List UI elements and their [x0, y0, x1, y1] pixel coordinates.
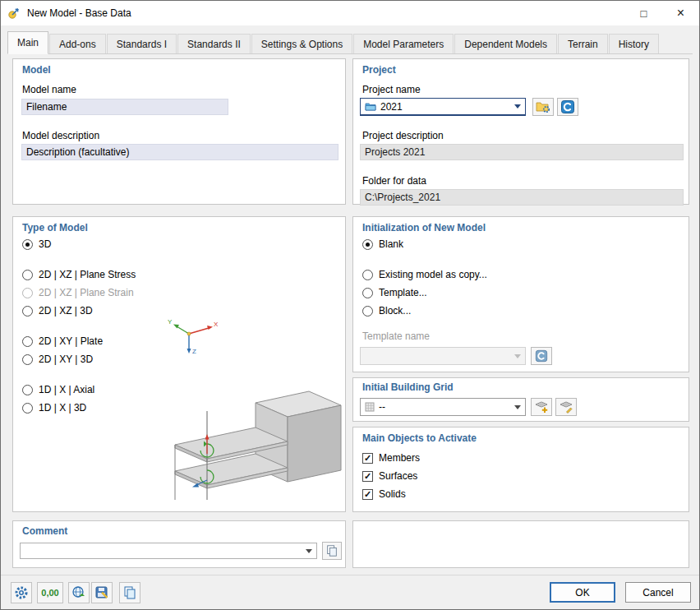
group-initialization: Initialization of New Model Blank Existi…: [352, 216, 689, 372]
tab-terrain[interactable]: Terrain: [558, 34, 608, 53]
svg-text:X: X: [214, 321, 219, 328]
radio-icon: [362, 288, 373, 298]
group-title-type-of-model: Type of Model: [22, 222, 88, 233]
group-title-model: Model: [22, 64, 51, 76]
radio-icon: [22, 354, 33, 365]
radio-icon: [22, 385, 33, 395]
tab-main[interactable]: Main: [7, 31, 48, 54]
radio-icon: [362, 270, 373, 280]
checkbox-icon: [362, 489, 373, 500]
tab-standards-2[interactable]: Standards II: [177, 34, 251, 53]
building-grid-combo[interactable]: --: [360, 398, 526, 416]
tab-settings-options[interactable]: Settings & Options: [251, 34, 352, 53]
tab-history[interactable]: History: [609, 34, 659, 53]
radio-block[interactable]: Block...: [362, 305, 411, 317]
project-description-value: Projects 2021: [360, 144, 684, 160]
tab-dependent-models[interactable]: Dependent Models: [454, 34, 557, 53]
gear-icon: [14, 585, 29, 600]
copy-icon: [122, 585, 137, 600]
radio-2d-xz-plane-stress[interactable]: 2D | XZ | Plane Stress: [22, 269, 136, 280]
units-label: 0,00: [41, 588, 58, 598]
radio-icon: [22, 403, 33, 414]
radio-3d[interactable]: 3D: [22, 238, 51, 250]
radio-template[interactable]: Template...: [362, 287, 427, 298]
group-comment: Comment: [12, 520, 346, 568]
group-title-comment: Comment: [22, 525, 67, 537]
checkbox-surfaces[interactable]: Surfaces: [362, 470, 417, 482]
radio-2d-xz-3d[interactable]: 2D | XZ | 3D: [22, 305, 93, 317]
settings-button[interactable]: [11, 582, 32, 603]
building-grid-value: --: [379, 401, 385, 413]
radio-blank[interactable]: Blank: [362, 238, 403, 250]
tab-model-parameters[interactable]: Model Parameters: [353, 34, 454, 53]
group-model: Model Model name Model description: [12, 58, 346, 205]
model-preview-3d: [157, 375, 344, 508]
checkbox-icon: [362, 453, 373, 464]
radio-1d-x-axial[interactable]: 1D | X | Axial: [22, 384, 94, 395]
group-title-initialization: Initialization of New Model: [362, 222, 486, 233]
new-building-grid-button[interactable]: [531, 398, 552, 416]
copy-settings-button[interactable]: [119, 582, 140, 603]
radio-icon: [362, 239, 373, 250]
tab-strip: Main Add-ons Standards I Standards II Se…: [7, 31, 693, 54]
cancel-button[interactable]: Cancel: [625, 582, 691, 603]
radio-icon: [22, 239, 33, 250]
save-icon: [94, 585, 109, 600]
model-description-input[interactable]: [21, 144, 338, 160]
radio-2d-xy-plate[interactable]: 2D | XY | Plate: [22, 335, 103, 347]
group-building-grid: Initial Building Grid --: [352, 377, 689, 422]
svg-text:Z: Z: [192, 348, 196, 355]
group-project: Project Project name 2021: [352, 58, 689, 205]
project-name-value: 2021: [380, 101, 403, 113]
chevron-down-icon: [514, 354, 521, 358]
group-main-objects: Main Objects to Activate Members Surface…: [352, 427, 689, 512]
folder-for-data-label: Folder for data: [362, 175, 426, 187]
group-title-project: Project: [362, 64, 396, 76]
radio-icon: [22, 336, 33, 347]
checkbox-solids[interactable]: Solids: [362, 488, 406, 500]
template-app-icon: [535, 349, 548, 363]
svg-text:Y: Y: [168, 318, 173, 326]
new-model-dialog: New Model - Base Data □ × Main Add-ons S…: [0, 0, 700, 610]
new-grid-icon: [534, 400, 549, 414]
radio-icon: [22, 288, 33, 298]
footer-bar: 0,00: [1, 575, 699, 609]
model-description-label: Model description: [22, 130, 99, 141]
ok-button[interactable]: OK: [550, 582, 615, 603]
group-type-of-model: Type of Model 3D 2D | XZ | Plane Stress …: [12, 216, 346, 512]
window-title: New Model - Base Data: [27, 7, 131, 19]
new-project-icon: [560, 99, 575, 114]
title-bar: New Model - Base Data □ ×: [1, 1, 699, 25]
tab-add-ons[interactable]: Add-ons: [49, 34, 106, 53]
folder-for-data-value: C:\Projects_2021: [360, 189, 684, 206]
comment-combo[interactable]: [20, 543, 317, 559]
globe-button[interactable]: [68, 582, 90, 603]
radio-existing-model-copy[interactable]: Existing model as copy...: [362, 269, 487, 280]
checkbox-icon: [362, 471, 373, 482]
globe-icon: [71, 585, 86, 600]
project-manager-icon: [536, 100, 550, 113]
template-name-label: Template name: [362, 330, 430, 342]
radio-2d-xy-3d[interactable]: 2D | XY | 3D: [22, 354, 93, 365]
close-icon[interactable]: ×: [662, 1, 699, 25]
tab-standards-1[interactable]: Standards I: [107, 34, 177, 53]
radio-icon: [22, 270, 33, 280]
folder-icon: [365, 102, 376, 111]
edit-building-grid-button[interactable]: [555, 398, 577, 416]
select-template-button[interactable]: [531, 347, 552, 365]
save-default-button[interactable]: [91, 582, 113, 603]
copy-comment-button[interactable]: [322, 542, 342, 560]
project-name-label: Project name: [362, 84, 421, 95]
chevron-down-icon: [306, 549, 312, 553]
model-name-input[interactable]: [21, 99, 228, 115]
radio-icon: [22, 306, 33, 317]
radio-1d-x-3d[interactable]: 1D | X | 3D: [22, 402, 86, 414]
project-manager-button[interactable]: [532, 98, 554, 116]
project-name-combo[interactable]: 2021: [360, 98, 526, 116]
group-title-main-objects: Main Objects to Activate: [362, 432, 477, 444]
new-project-button[interactable]: [557, 98, 578, 116]
maximize-icon[interactable]: □: [625, 1, 662, 25]
units-button[interactable]: 0,00: [37, 582, 63, 603]
grid-swatch-icon: [365, 402, 375, 412]
checkbox-members[interactable]: Members: [362, 452, 420, 464]
